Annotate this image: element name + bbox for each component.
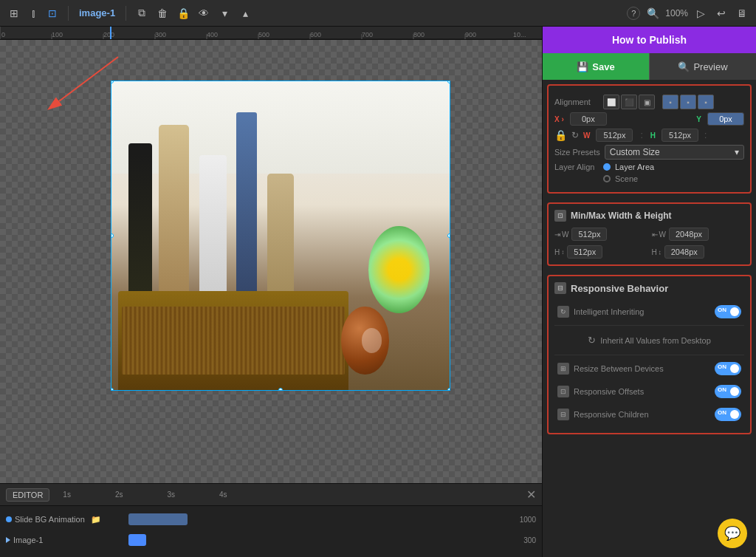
chevron-up-icon[interactable]: ▴ [237,5,253,21]
editor-button[interactable]: EDITOR [6,488,49,502]
delete-icon[interactable]: 🗑 [154,5,171,21]
resize-devices-left: ⊞ Resize Between Devices [557,363,664,375]
responsive-children-label: Responsive Children [574,410,649,419]
max-h-value[interactable]: 2048px [664,245,704,259]
scene-label: Scene [615,174,638,183]
align-right-btn[interactable]: ▣ [639,95,655,109]
svg-text:800: 800 [413,31,425,38]
align-left-btn[interactable]: ⬜ [603,95,619,109]
layer-area-label: Layer Area [615,163,654,171]
scene-radio[interactable] [603,175,611,182]
timeline-close-button[interactable]: ✕ [526,488,536,502]
responsive-offsets-toggle[interactable]: ON [715,385,741,398]
resize-devices-icon: ⊞ [557,363,569,375]
max-w-label: W [659,230,666,239]
lock-icon[interactable]: 🔒 [175,5,191,21]
xy-row: X › 0px Y 0px [554,112,744,126]
resize-devices-label: Resize Between Devices [574,364,664,373]
refresh-icon[interactable]: ↻ [571,130,579,140]
divider1 [554,325,744,326]
w-value[interactable]: 512px [596,129,633,142]
grid-icon[interactable]: ⊞ [6,5,22,21]
image-name-label: image-1 [79,7,115,18]
lock-dimension-icon[interactable]: 🔒 [554,129,567,141]
bar-value-2: 300 [523,536,536,544]
min-w-item: ⇥ W 512px [554,228,647,241]
responsive-children-toggle[interactable]: ON [715,408,741,421]
chevron-down-icon[interactable]: ▾ [216,5,233,21]
y-value[interactable]: 0px [707,112,744,126]
image1-label: Image-1 [13,536,43,544]
size-presets-chevron-icon: ▾ [735,147,739,157]
max-h-arrow: H [652,248,657,256]
h-value[interactable]: 512px [662,129,698,142]
align-middle-btn[interactable]: ▪ [680,95,696,109]
frame-icon[interactable]: ⊡ [44,5,61,21]
max-h-icon: H ↨ [652,248,662,256]
sep2 [126,6,126,21]
monitor-icon[interactable]: 🖥 [734,5,750,21]
cursor-tool-icon[interactable]: ▷ [693,5,709,21]
x-value[interactable]: 0px [570,112,607,126]
row-tri-icon [6,537,10,543]
chat-bubble-button[interactable]: 💬 [718,519,747,548]
top-toolbar: ⊞ ⫿ ⊡ image-1 ⧉ 🗑 🔒 👁 ▾ ▴ ? 🔍 100% ▷ ↩ 🖥 [0,0,756,27]
save-button[interactable]: 💾 Save [543,53,649,80]
duplicate-icon[interactable]: ⧉ [134,5,150,21]
right-panel: How to Publish 💾 Save 🔍 Preview Alignmen… [542,27,756,557]
responsive-section: ⊟ Responsive Behavior ↻ Intelligent Inhe… [547,275,752,434]
canvas-image-frame[interactable] [111,81,450,391]
svg-text:300: 300 [155,31,166,38]
min-w-value[interactable]: 512px [571,228,607,241]
resize-devices-on-text: ON [718,363,726,370]
time-2s: 2s [115,491,123,499]
eye-icon[interactable]: 👁 [196,5,212,21]
save-label: Save [592,61,614,72]
zoom-level: 100% [665,8,688,18]
responsive-children-icon: ⊟ [557,409,569,420]
layer-align-row: Layer Align Layer Area [554,163,744,171]
slide-bg-folder-icon[interactable]: 📁 [91,515,101,524]
max-h-item: H ↨ 2048px [652,245,745,259]
scene-row: Scene [554,174,744,183]
undo-icon[interactable]: ↩ [713,5,729,21]
responsive-children-on-text: ON [718,409,726,416]
svg-text:10...: 10... [513,31,526,38]
align-center-btn[interactable]: ⬛ [621,95,637,109]
max-h-subscript: ↨ [659,249,662,256]
size-presets-dropdown[interactable]: Custom Size ▾ [605,145,744,160]
columns-icon[interactable]: ⫿ [25,5,41,21]
max-w-item: ⇤ W 2048px [652,228,745,241]
zoom-search-icon[interactable]: 🔍 [645,5,661,21]
svg-text:100: 100 [52,31,63,38]
align-top-btn[interactable]: ▪ [662,95,678,109]
chat-icon: 💬 [724,525,740,541]
min-h-value[interactable]: 512px [567,245,602,259]
min-h-subscript: ↕ [561,249,564,256]
intelligent-inheriting-left: ↻ Intelligent Inheriting [557,306,644,318]
intelligent-inheriting-label: Intelligent Inheriting [574,307,644,316]
preview-button[interactable]: 🔍 Preview [649,53,756,80]
time-3s: 3s [167,491,175,499]
sep1 [68,6,69,21]
responsive-title: Responsive Behavior [571,283,668,294]
timeline-row: Slide BG Animation 📁 1000 [0,509,542,530]
min-h-arrow: H [554,248,560,256]
canvas-container[interactable] [0,40,542,483]
x-label: X › [554,115,564,123]
resize-devices-toggle[interactable]: ON [715,362,741,375]
alignment-label: Alignment [554,98,599,106]
layer-area-radio[interactable] [603,163,611,171]
help-icon[interactable]: ? [627,7,640,20]
timeline-track-1: 1000 [128,513,536,525]
inherit-label: Inherit All Values from Desktop [600,336,711,345]
align-bottom-btn[interactable]: ▪ [698,95,714,109]
timeline-rows: Slide BG Animation 📁 1000 Image-1 [0,506,542,553]
intelligent-inheriting-icon: ↻ [557,306,569,318]
inherit-values-button[interactable]: ↻ Inherit All Values from Desktop [554,329,744,352]
intelligent-inheriting-toggle[interactable]: ON [715,305,741,318]
alignment-section: Alignment ⬜ ⬛ ▣ ▪ ▪ ▪ X › 0px Y 0px [547,84,752,194]
time-4s: 4s [219,491,227,499]
h-label: H [650,131,656,140]
max-w-value[interactable]: 2048px [669,228,709,241]
